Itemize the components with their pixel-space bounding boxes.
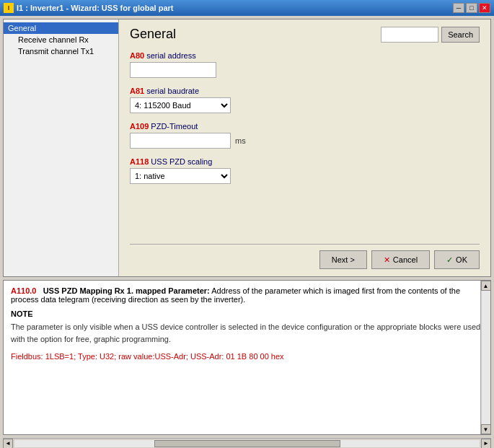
tree-item-general-label: General	[8, 24, 36, 32]
content-panel: General Search A80 serial address 0 A81	[119, 19, 490, 276]
info-param-label: USS PZD Mapping Rx 1. mapped Parameter:	[43, 286, 210, 295]
content-title: General	[130, 27, 176, 42]
ok-icon: ✓	[446, 255, 453, 265]
search-input[interactable]	[381, 27, 438, 43]
next-button[interactable]: Next >	[319, 250, 367, 269]
field-a109-unit: ms	[235, 136, 246, 145]
field-a80-id: A80	[130, 51, 144, 60]
field-a80-name: serial address	[146, 51, 195, 60]
scroll-up-button[interactable]: ▲	[481, 281, 491, 291]
tree-item-receive-channel[interactable]: Receive channel Rx	[4, 34, 118, 45]
main-container: General Receive channel Rx Transmit chan…	[0, 16, 494, 448]
field-a81-id: A81	[130, 87, 144, 95]
scroll-track	[482, 291, 490, 424]
field-a118-select[interactable]: 1: native 0: factor	[130, 168, 231, 184]
info-note-text: The parameter is only visible when a USS…	[11, 321, 483, 345]
ok-label: OK	[456, 255, 467, 264]
field-a118-id: A118	[130, 157, 149, 166]
field-a118-label: A118 USS PZD scaling	[130, 157, 480, 166]
app-icon: I	[4, 3, 14, 13]
field-a109-group: A109 PZD-Timeout 200 ms	[130, 122, 480, 149]
cancel-icon: ✕	[384, 255, 390, 265]
field-a81-group: A81 serial baudrate 4: 115200 Baud 0: 48…	[130, 87, 480, 113]
wizard-panel: General Receive channel Rx Transmit chan…	[3, 19, 491, 277]
field-a81-name: serial baudrate	[146, 87, 199, 95]
field-a109-name: PZD-Timeout	[151, 122, 198, 131]
info-panel: A110.0 USS PZD Mapping Rx 1. mapped Para…	[3, 280, 491, 435]
h-scroll-thumb	[154, 440, 340, 447]
buttons-row: Next > ✕ Cancel ✓ OK	[130, 244, 480, 269]
restore-button[interactable]: □	[466, 3, 477, 13]
minimize-button[interactable]: ─	[453, 3, 464, 13]
vertical-scrollbar[interactable]: ▲ ▼	[480, 281, 490, 434]
tree-item-transmit-channel-label: Transmit channel Tx1	[18, 47, 94, 56]
field-a109-row: 200 ms	[130, 133, 480, 149]
info-param-space	[39, 286, 41, 295]
field-a109-input[interactable]: 200	[130, 133, 231, 149]
field-a80-group: A80 serial address 0	[130, 51, 480, 78]
tree-item-transmit-channel[interactable]: Transmit channel Tx1	[4, 45, 118, 57]
field-a81-label: A81 serial baudrate	[130, 87, 480, 95]
cancel-button[interactable]: ✕ Cancel	[371, 250, 430, 269]
horizontal-scrollbar[interactable]: ◄ ►	[3, 438, 491, 448]
scroll-right-button[interactable]: ►	[481, 439, 491, 449]
title-bar: I I1 : Inverter1 - Wizard: USS for globa…	[0, 0, 494, 16]
info-note-header: NOTE	[11, 309, 483, 318]
field-a80-label: A80 serial address	[130, 51, 480, 60]
h-scroll-track	[14, 440, 480, 447]
search-button[interactable]: Search	[441, 27, 480, 43]
title-bar-left: I I1 : Inverter1 - Wizard: USS for globa…	[4, 3, 174, 13]
field-a81-select[interactable]: 4: 115200 Baud 0: 4800 Baud 1: 9600 Baud…	[130, 97, 231, 113]
field-a80-input[interactable]: 0	[130, 62, 216, 78]
search-area: Search	[381, 27, 480, 43]
scroll-left-button[interactable]: ◄	[3, 439, 13, 449]
scroll-down-button[interactable]: ▼	[481, 424, 491, 434]
cancel-label: Cancel	[393, 255, 418, 264]
field-a118-name: USS PZD scaling	[151, 157, 212, 166]
tree-item-receive-channel-label: Receive channel Rx	[18, 35, 89, 44]
ok-button[interactable]: ✓ OK	[434, 250, 480, 269]
field-a118-group: A118 USS PZD scaling 1: native 0: factor	[130, 157, 480, 184]
info-param-id: A110.0	[11, 286, 36, 295]
field-a109-label: A109 PZD-Timeout	[130, 122, 480, 131]
window-title: I1 : Inverter1 - Wizard: USS for global …	[17, 4, 174, 12]
info-title: A110.0 USS PZD Mapping Rx 1. mapped Para…	[11, 286, 483, 304]
tree-panel: General Receive channel Rx Transmit chan…	[4, 19, 119, 276]
title-buttons[interactable]: ─ □ ✕	[453, 3, 490, 13]
tree-item-general[interactable]: General	[4, 22, 118, 34]
close-button[interactable]: ✕	[479, 3, 490, 13]
field-a109-id: A109	[130, 122, 149, 131]
content-header: General Search	[130, 27, 480, 43]
info-fieldbus: Fieldbus: 1LSB=1; Type: U32; raw value:U…	[11, 352, 483, 361]
